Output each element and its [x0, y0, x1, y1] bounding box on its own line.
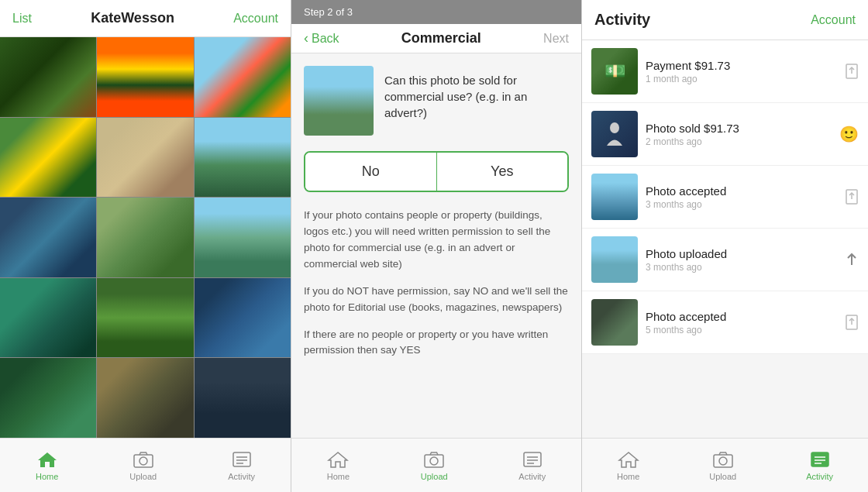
activity-icon	[231, 450, 253, 469]
activity-thumbnail	[591, 236, 638, 283]
nav-upload[interactable]: Upload	[129, 450, 157, 481]
commercial-question: Can this photo be sold for commercial us…	[384, 66, 569, 136]
info-text-2: If you do NOT have permission, say NO an…	[304, 284, 569, 316]
activity-header: Activity Account	[582, 0, 868, 40]
commercial-nav-upload[interactable]: Upload	[421, 450, 448, 481]
list-item[interactable]	[195, 358, 291, 438]
photos-account-button[interactable]: Account	[233, 12, 278, 26]
photos-header-title: KateWesson	[91, 10, 174, 26]
activity-nav-activity-label: Activity	[806, 472, 833, 481]
photo-question-row: Can this photo be sold for commercial us…	[304, 66, 569, 136]
activity-item-time: 1 month ago	[646, 74, 837, 84]
activity-title: Activity	[594, 11, 650, 29]
list-item[interactable]	[195, 118, 291, 198]
upload-arrow-icon	[845, 251, 859, 268]
activity-item-info: Photo accepted 3 months ago	[646, 184, 837, 210]
back-button[interactable]: ‹ Back	[304, 30, 339, 46]
activity-bottom-nav: Home Upload Activity	[582, 438, 868, 492]
back-label: Back	[312, 32, 339, 46]
next-button[interactable]: Next	[543, 32, 569, 46]
activity-active-icon	[809, 450, 831, 469]
home-icon	[36, 450, 58, 469]
nav-activity-label: Activity	[228, 472, 255, 481]
info-text-1: If your photo contains people or propert…	[304, 208, 569, 273]
list-item[interactable]: Photo uploaded 3 months ago	[582, 229, 868, 291]
activity-nav-activity[interactable]: Activity	[806, 450, 833, 481]
chevron-left-icon: ‹	[304, 30, 308, 46]
nav-upload-label: Upload	[129, 472, 157, 481]
photo-grid-panel: List KateWesson Account Home	[0, 0, 291, 492]
activity-thumbnail	[591, 299, 638, 346]
camera-icon	[423, 450, 445, 469]
list-item[interactable]	[0, 278, 96, 358]
list-item[interactable]	[195, 37, 291, 117]
list-item[interactable]	[195, 198, 291, 277]
activity-item-title: Payment $91.73	[646, 59, 837, 72]
activity-item-time: 2 months ago	[646, 136, 832, 147]
svg-point-21	[719, 457, 727, 465]
smiley-icon: 🙂	[839, 125, 859, 143]
list-item[interactable]	[0, 198, 96, 277]
activity-icon	[522, 450, 543, 469]
info-text-3: If there are no people or property or yo…	[304, 327, 569, 360]
nav-activity[interactable]: Activity	[228, 450, 255, 481]
commercial-header: ‹ Back Commercial Next	[291, 24, 581, 53]
no-button[interactable]: No	[305, 153, 437, 191]
activity-thumbnail	[591, 174, 638, 220]
list-item[interactable]	[97, 198, 193, 277]
activity-list: Payment $91.73 1 month ago Photo sold	[582, 40, 868, 438]
svg-point-14	[610, 122, 619, 133]
activity-nav-home[interactable]: Home	[617, 450, 639, 481]
upload-icon	[845, 188, 859, 205]
list-item[interactable]	[97, 37, 193, 117]
photo-grid	[0, 37, 291, 438]
commercial-nav-home-label: Home	[327, 472, 350, 481]
list-item[interactable]	[0, 118, 96, 198]
list-item[interactable]	[97, 358, 193, 438]
home-icon	[327, 450, 349, 469]
svg-rect-2	[233, 452, 250, 466]
commercial-nav-upload-label: Upload	[421, 472, 448, 481]
list-item[interactable]: Photo sold $91.73 2 months ago 🙂	[582, 103, 868, 166]
svg-point-1	[140, 457, 147, 465]
activity-thumbnail	[591, 111, 638, 157]
list-item[interactable]	[195, 278, 291, 358]
list-button[interactable]: List	[12, 12, 32, 26]
activity-item-info: Photo sold $91.73 2 months ago	[646, 122, 832, 147]
nav-home-label: Home	[36, 472, 58, 481]
list-item[interactable]	[97, 278, 193, 358]
list-item[interactable]: Payment $91.73 1 month ago	[582, 40, 868, 103]
commercial-panel: Step 2 of 3 ‹ Back Commercial Next Can t…	[291, 0, 581, 492]
step-bar: Step 2 of 3	[291, 0, 581, 24]
activity-item-time: 3 months ago	[646, 262, 837, 273]
commercial-title: Commercial	[401, 30, 481, 46]
list-item[interactable]	[0, 358, 96, 438]
step-label: Step 2 of 3	[304, 6, 353, 18]
list-item[interactable]	[0, 37, 96, 117]
activity-thumbnail	[591, 48, 638, 95]
commercial-nav-activity-label: Activity	[518, 472, 546, 481]
list-item[interactable]: Photo accepted 3 months ago	[582, 166, 868, 229]
list-item[interactable]: Photo accepted 5 months ago	[582, 291, 868, 354]
activity-item-info: Payment $91.73 1 month ago	[646, 59, 837, 84]
activity-item-title: Photo sold $91.73	[646, 122, 832, 135]
list-item[interactable]	[97, 118, 193, 198]
nav-home[interactable]: Home	[36, 450, 58, 481]
home-icon	[618, 450, 639, 469]
activity-panel: Activity Account Payment $91.73 1 month …	[581, 0, 868, 492]
activity-account-button[interactable]: Account	[811, 13, 856, 27]
activity-item-title: Photo accepted	[646, 310, 837, 323]
activity-item-info: Photo accepted 5 months ago	[646, 310, 837, 335]
svg-point-7	[430, 457, 438, 465]
commercial-nav-activity[interactable]: Activity	[518, 450, 546, 481]
activity-item-time: 3 months ago	[646, 199, 837, 210]
camera-icon	[133, 450, 154, 469]
selected-photo-thumb	[304, 66, 374, 136]
commercial-nav-home[interactable]: Home	[327, 450, 350, 481]
commercial-content: Can this photo be sold for commercial us…	[291, 53, 581, 438]
activity-nav-upload-label: Upload	[709, 472, 736, 481]
activity-item-time: 5 months ago	[646, 325, 837, 335]
yes-button[interactable]: Yes	[437, 153, 568, 191]
activity-nav-upload[interactable]: Upload	[709, 450, 736, 481]
camera-icon	[712, 450, 734, 469]
